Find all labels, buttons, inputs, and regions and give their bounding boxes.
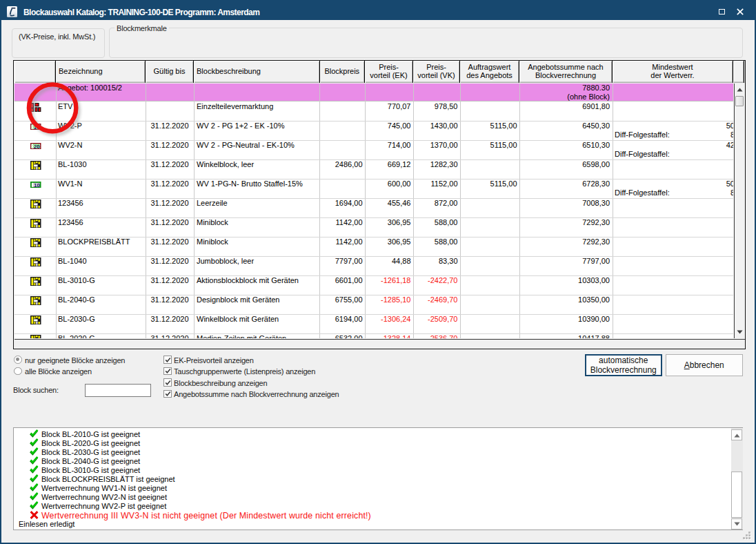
- svg-text:10: 10: [34, 182, 40, 188]
